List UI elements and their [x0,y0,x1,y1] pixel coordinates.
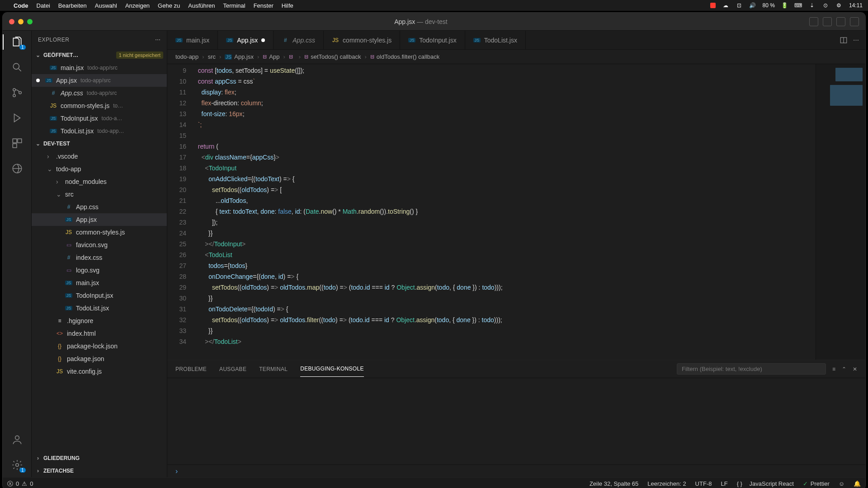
file-item[interactable]: #App.css [32,201,167,213]
folder-item[interactable]: ›node_modules [32,175,167,188]
file-item[interactable]: {}package-lock.json [32,340,167,352]
menu-datei[interactable]: Datei [37,2,50,9]
open-editors-section[interactable]: ⌄ GEÖFFNET… 1 nicht gespeichert [32,49,167,61]
breadcrumb-item[interactable]: ⊟App [263,53,279,60]
layout-bottom-icon[interactable] [823,17,832,26]
status-encoding[interactable]: UTF-8 [695,480,712,487]
breadcrumb-item[interactable]: ⊟ [289,54,295,60]
breadcrumb-item[interactable]: JSApp.jsx [225,53,254,60]
panel-expand-icon[interactable]: ⌃ [842,366,846,372]
menu-fenster[interactable]: Fenster [254,2,274,9]
folder-item[interactable]: ⌄src [32,188,167,201]
account-icon[interactable] [10,433,24,446]
keyboard-icon[interactable]: ⌨︎ [795,2,802,9]
settings-gear-icon[interactable]: 1 [10,458,24,472]
menu-ausfuehren[interactable]: Ausführen [188,2,215,9]
panel-tab-terminal[interactable]: TERMINAL [259,361,288,377]
source-control-icon[interactable] [10,86,24,99]
status-feedback-icon[interactable]: ☺ [839,480,844,487]
explorer-icon[interactable]: 1 [10,35,24,49]
open-editor-item[interactable]: JSTodoList.jsxtodo-app… [32,125,167,137]
breadcrumb-item[interactable]: ⊟oldTodos.filter() callback [370,53,439,60]
file-item[interactable]: JSmain.jsx [32,277,167,289]
file-item[interactable]: <>index.html [32,327,167,340]
file-item[interactable]: #index.css [32,251,167,264]
file-item[interactable]: JSApp.jsx [32,213,167,226]
menu-bearbeiten[interactable]: Bearbeiten [58,2,87,9]
maximize-window-button[interactable] [27,19,33,24]
menu-auswahl[interactable]: Auswahl [95,2,117,9]
file-item[interactable]: JSTodoList.jsx [32,302,167,314]
editor-tab[interactable]: #App.css [274,31,324,49]
project-section[interactable]: ⌄ DEV-TEST [32,137,167,150]
minimize-window-button[interactable] [18,19,24,24]
panel-tab-debug-console[interactable]: DEBUGGING-KONSOLE [300,361,363,377]
status-cursor[interactable]: Zeile 32, Spalte 65 [590,480,638,487]
open-editor-item[interactable]: JScommon-styles.jsto… [32,99,167,112]
folder-item[interactable]: ›.vscode [32,150,167,163]
recording-icon[interactable] [710,3,716,8]
panel-close-icon[interactable]: ✕ [853,366,857,372]
search-icon[interactable] [10,61,24,74]
menu-hilfe[interactable]: Hilfe [282,2,293,9]
menubar-time[interactable]: 14:11 [849,2,863,9]
open-editor-item[interactable]: JSApp.jsxtodo-app/src [32,74,167,87]
file-item[interactable]: ▭favicon.svg [32,239,167,251]
breadcrumb-item[interactable]: todo-app [175,53,198,60]
menu-gehezu[interactable]: Gehe zu [158,2,180,9]
file-item[interactable]: ≡.hgignore [32,314,167,327]
debug-prompt[interactable]: › [167,465,865,477]
close-window-button[interactable] [9,19,14,24]
panel-tab-probleme[interactable]: PROBLEME [175,361,207,377]
code-editor[interactable]: 9101112131415161718192021222324252627282… [167,64,865,360]
debug-icon[interactable] [10,111,24,125]
battery-icon[interactable]: 🔋 [781,2,788,9]
status-bell-icon[interactable]: 🔔 [854,480,861,487]
status-prettier[interactable]: ✓Prettier [803,480,830,487]
panel-tab-ausgabe[interactable]: AUSGABE [219,361,246,377]
open-editor-item[interactable]: #App.csstodo-app/src [32,87,167,99]
outline-section[interactable]: › GLIEDERUNG [32,452,167,465]
minimap[interactable] [816,64,865,360]
file-item[interactable]: JSTodoInput.jsx [32,289,167,302]
open-editor-item[interactable]: JSmain.jsxtodo-app/src [32,61,167,74]
editor-tab[interactable]: JSTodoInput.jsx [400,31,465,49]
editor-tab[interactable]: JSApp.jsx [218,31,274,49]
editor-tab[interactable]: JScommon-styles.js [324,31,400,49]
status-spaces[interactable]: Leerzeichen: 2 [647,480,686,487]
file-item[interactable]: ▭logo.svg [32,264,167,277]
layout-right-icon[interactable] [836,17,845,26]
spotlight-icon[interactable]: ⊙ [822,2,829,9]
extensions-icon[interactable] [10,136,24,150]
code-content[interactable]: const [todos, setTodos] = useState([]); … [194,64,816,360]
breadcrumb[interactable]: todo-app›src›JSApp.jsx›⊟App›⊟›⊟setTodos(… [167,50,865,64]
cloud-icon[interactable]: ☁︎ [722,2,729,9]
remote-icon[interactable] [10,162,24,175]
status-eol[interactable]: LF [721,480,727,487]
split-editor-icon[interactable] [840,36,848,44]
open-editor-item[interactable]: JSTodoInput.jsxtodo-a… [32,112,167,125]
control-center-icon[interactable]: ⚙︎ [835,2,843,9]
more-actions-icon[interactable]: ⋯ [853,37,859,43]
tray-icon[interactable]: ⊡ [736,2,743,9]
file-item[interactable]: {}package.json [32,352,167,365]
sidebar-more-icon[interactable]: ⋯ [155,37,161,43]
status-errors[interactable]: ⓧ0 ⚠0 [7,480,33,488]
filter-icon[interactable]: ≡ [832,366,835,372]
volume-icon[interactable]: 🔊 [749,2,756,9]
file-item[interactable]: JSvite.config.js [32,365,167,378]
status-language[interactable]: { } JavaScript React [737,480,794,487]
panel-filter-input[interactable] [677,363,826,375]
editor-tab[interactable]: JSmain.jsx [167,31,218,49]
menu-anzeigen[interactable]: Anzeigen [125,2,150,9]
wifi-off-icon[interactable]: ⇣ [808,2,816,9]
editor-tab[interactable]: JSTodoList.jsx [465,31,526,49]
battery-percent[interactable]: 80 % [763,2,775,9]
layout-full-icon[interactable] [850,17,859,26]
breadcrumb-item[interactable]: ⊟setTodos() callback [304,53,361,60]
folder-item[interactable]: ⌄todo-app [32,163,167,175]
breadcrumb-item[interactable]: src [208,53,216,60]
file-item[interactable]: JScommon-styles.js [32,226,167,239]
layout-left-icon[interactable] [809,17,818,26]
timeline-section[interactable]: › ZEITACHSE [32,465,167,477]
